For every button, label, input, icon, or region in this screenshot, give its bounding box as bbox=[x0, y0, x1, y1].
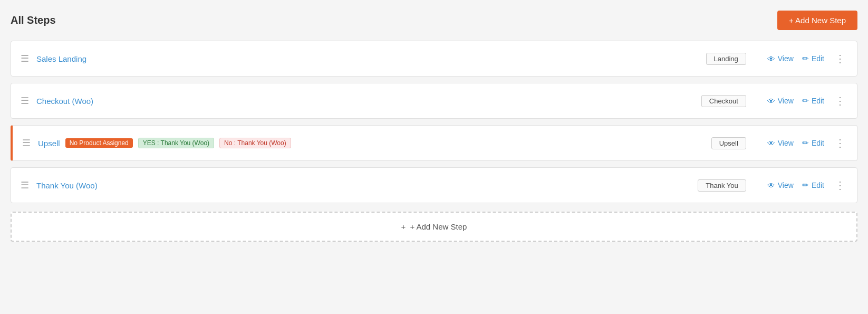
view-label: View bbox=[778, 97, 794, 105]
edit-label: Edit bbox=[812, 54, 824, 63]
step-name-checkout-woo[interactable]: Checkout (Woo) bbox=[36, 97, 93, 106]
plus-icon: + bbox=[401, 222, 406, 231]
step-card-sales-landing: ☰Sales LandingLanding👁View✏Edit⋮ bbox=[11, 41, 857, 77]
edit-button-thank-you-woo[interactable]: ✏Edit bbox=[802, 180, 824, 190]
drag-handle-checkout-woo[interactable]: ☰ bbox=[21, 95, 29, 107]
step-actions-checkout-woo: 👁View✏Edit⋮ bbox=[767, 96, 847, 106]
more-options-button-sales-landing[interactable]: ⋮ bbox=[833, 53, 847, 64]
view-button-upsell[interactable]: 👁View bbox=[767, 139, 794, 148]
edit-label: Edit bbox=[812, 139, 824, 147]
drag-handle-sales-landing[interactable]: ☰ bbox=[21, 53, 29, 64]
view-label: View bbox=[778, 181, 794, 189]
step-actions-sales-landing: 👁View✏Edit⋮ bbox=[767, 53, 847, 64]
badge-no-upsell: No : Thank You (Woo) bbox=[219, 138, 291, 148]
step-name-area-thank-you-woo: Thank You (Woo) bbox=[36, 181, 698, 190]
step-name-area-checkout-woo: Checkout (Woo) bbox=[36, 97, 701, 106]
drag-handle-thank-you-woo[interactable]: ☰ bbox=[21, 179, 29, 191]
edit-label: Edit bbox=[812, 97, 824, 105]
badge-no-product-upsell: No Product Assigned bbox=[65, 138, 133, 148]
step-name-area-sales-landing: Sales Landing bbox=[36, 54, 706, 63]
step-card-thank-you-woo: ☰Thank You (Woo)Thank You👁View✏Edit⋮ bbox=[11, 167, 857, 203]
edit-icon: ✏ bbox=[802, 96, 809, 106]
eye-icon: 👁 bbox=[767, 139, 775, 148]
step-name-area-upsell: UpsellNo Product AssignedYES : Thank You… bbox=[38, 138, 711, 148]
page-title: All Steps bbox=[11, 14, 56, 26]
view-button-checkout-woo[interactable]: 👁View bbox=[767, 97, 794, 106]
step-name-thank-you-woo[interactable]: Thank You (Woo) bbox=[36, 181, 98, 190]
edit-button-sales-landing[interactable]: ✏Edit bbox=[802, 54, 824, 63]
page-header: All Steps + Add New Step bbox=[11, 11, 857, 30]
eye-icon: 👁 bbox=[767, 54, 775, 63]
edit-icon: ✏ bbox=[802, 180, 809, 190]
step-type-badge-upsell: Upsell bbox=[711, 137, 746, 149]
edit-icon: ✏ bbox=[802, 138, 809, 148]
edit-button-checkout-woo[interactable]: ✏Edit bbox=[802, 96, 824, 106]
step-name-upsell[interactable]: Upsell bbox=[38, 139, 60, 148]
more-options-button-checkout-woo[interactable]: ⋮ bbox=[833, 96, 847, 106]
eye-icon: 👁 bbox=[767, 181, 775, 190]
step-card-upsell: ☰UpsellNo Product AssignedYES : Thank Yo… bbox=[11, 125, 857, 161]
eye-icon: 👁 bbox=[767, 97, 775, 106]
step-name-sales-landing[interactable]: Sales Landing bbox=[36, 54, 86, 63]
view-button-sales-landing[interactable]: 👁View bbox=[767, 54, 794, 63]
add-step-bottom-label: + Add New Step bbox=[410, 222, 467, 231]
view-button-thank-you-woo[interactable]: 👁View bbox=[767, 181, 794, 190]
more-options-button-upsell[interactable]: ⋮ bbox=[833, 138, 847, 148]
badge-yes-upsell: YES : Thank You (Woo) bbox=[138, 138, 214, 148]
step-actions-thank-you-woo: 👁View✏Edit⋮ bbox=[767, 180, 847, 191]
step-type-badge-sales-landing: Landing bbox=[706, 53, 746, 65]
step-card-checkout-woo: ☰Checkout (Woo)Checkout👁View✏Edit⋮ bbox=[11, 83, 857, 119]
add-new-step-button-bottom[interactable]: + + Add New Step bbox=[11, 212, 857, 242]
step-actions-upsell: 👁View✏Edit⋮ bbox=[767, 138, 847, 148]
view-label: View bbox=[778, 54, 794, 63]
add-new-step-button-top[interactable]: + Add New Step bbox=[777, 11, 857, 30]
edit-icon: ✏ bbox=[802, 54, 809, 63]
more-options-button-thank-you-woo[interactable]: ⋮ bbox=[833, 180, 847, 191]
drag-handle-upsell[interactable]: ☰ bbox=[22, 137, 31, 149]
view-label: View bbox=[778, 139, 794, 147]
step-type-badge-thank-you-woo: Thank You bbox=[698, 179, 746, 192]
edit-button-upsell[interactable]: ✏Edit bbox=[802, 138, 824, 148]
edit-label: Edit bbox=[812, 181, 824, 189]
steps-list: ☰Sales LandingLanding👁View✏Edit⋮☰Checkou… bbox=[11, 41, 857, 210]
step-type-badge-checkout-woo: Checkout bbox=[701, 95, 746, 107]
